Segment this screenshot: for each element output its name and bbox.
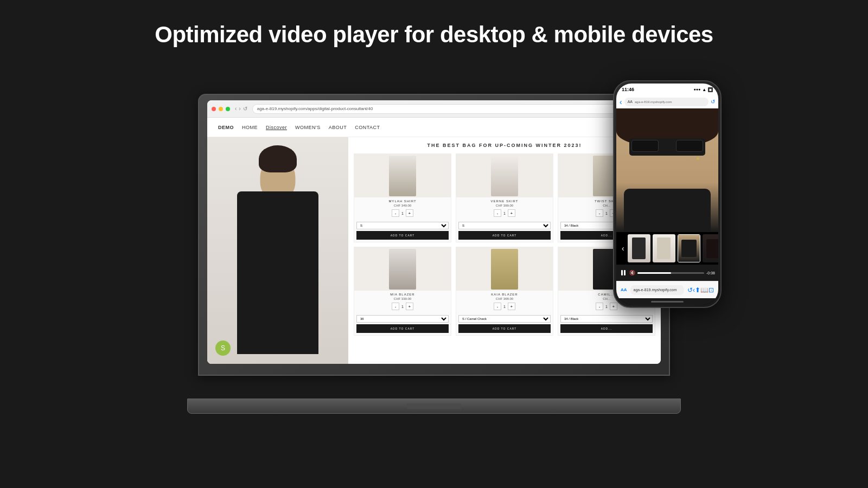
page-title: Optimized video player for desktop & mob… xyxy=(155,22,713,48)
wifi-icon: ▲ xyxy=(702,87,706,92)
qty-val-2: 1 xyxy=(605,211,608,215)
nav-home[interactable]: HOME xyxy=(242,125,258,130)
nav-refresh[interactable]: ↺ xyxy=(243,106,247,112)
pause-button[interactable] xyxy=(620,269,627,277)
product-info-0: MYLAH SHIRT CHF 349.00 - 1 + xyxy=(354,197,451,242)
nav-forward[interactable]: › xyxy=(239,106,240,112)
nav-back[interactable]: ‹ xyxy=(235,106,237,112)
phone-url-text: aga-e-819.myshopify.com xyxy=(635,100,672,104)
products-headline: THE BEST BAG FOR UP-COMING WINTER 2023! xyxy=(354,143,655,148)
phone-status-bar: 11:46 ●●● ▲ ■ xyxy=(616,84,718,95)
add-to-cart-5[interactable]: ADD... xyxy=(560,324,653,333)
qty-val-1: 1 xyxy=(503,211,506,215)
browser-maximize-btn[interactable] xyxy=(226,107,230,111)
phone-bookmarks-icon[interactable]: 📖 xyxy=(700,286,709,294)
model-section: S xyxy=(207,137,348,364)
product-image-1 xyxy=(456,154,553,197)
thumbnail-2[interactable] xyxy=(678,234,700,262)
qty-plus-3[interactable]: + xyxy=(406,303,413,310)
speaker-icon[interactable]: 🔇 xyxy=(629,270,635,275)
browser-minimize-btn[interactable] xyxy=(219,107,223,111)
qty-val-0: 1 xyxy=(401,211,404,215)
browser-close-btn[interactable] xyxy=(212,107,216,111)
qty-minus-2[interactable]: - xyxy=(596,209,603,217)
qty-val-3: 1 xyxy=(401,305,404,309)
add-to-cart-1[interactable]: ADD TO CART xyxy=(458,231,551,240)
phone-bottom-url[interactable]: aga-e-819.myshopify.com xyxy=(630,285,684,295)
thumbnail-1[interactable] xyxy=(653,234,675,262)
product-image-3 xyxy=(354,247,451,291)
product-select-0[interactable]: S xyxy=(356,222,449,229)
product-price-3: CHF 339.00 xyxy=(356,297,449,300)
product-select-1[interactable]: S xyxy=(458,222,551,229)
phone-bottom-aa[interactable]: AA xyxy=(621,287,627,292)
phone: 11:46 ●●● ▲ ■ ‹ AA aga-e-819.myshopify.c… xyxy=(613,80,722,308)
phone-bottom-refresh-icon[interactable]: ↺ xyxy=(687,286,693,294)
qty-minus-1[interactable]: - xyxy=(494,209,501,217)
product-qty-1: - 1 + xyxy=(458,209,551,217)
shopify-badge: S xyxy=(215,341,231,356)
thumbnail-0[interactable] xyxy=(628,234,650,262)
product-qty-4: - 1 + xyxy=(458,303,551,310)
product-card-4: KAIA BLAZER CHF 368.00 - 1 + xyxy=(456,247,553,336)
qty-plus-4[interactable]: + xyxy=(508,303,515,310)
product-name-0: MYLAH SHIRT xyxy=(356,200,449,203)
battery-icon: ■ xyxy=(708,87,713,92)
nav-contact[interactable]: CONTACT xyxy=(355,125,380,130)
home-bar xyxy=(651,301,684,303)
browser-url-bar[interactable]: aga-e-819.myshopify.com/apps/digital-pro… xyxy=(252,104,656,114)
signal-icon: ●●● xyxy=(694,87,701,92)
product-card-1: VERNE SKIRT CHF 399.00 - 1 + xyxy=(456,153,553,242)
product-image-4 xyxy=(456,247,553,291)
phone-share-icon[interactable]: ⬆ xyxy=(695,286,700,294)
laptop-base xyxy=(187,399,681,414)
product-card-0: MYLAH SHIRT CHF 349.00 - 1 + xyxy=(354,153,451,242)
phone-time: 11:46 xyxy=(622,87,634,92)
phone-back-button[interactable]: ‹ xyxy=(620,98,622,106)
product-name-4: KAIA BLAZER xyxy=(458,293,551,296)
video-progress-fill xyxy=(637,272,671,274)
phone-screen: 11:46 ●●● ▲ ■ ‹ AA aga-e-819.myshopify.c… xyxy=(616,84,718,305)
nav-about[interactable]: ABOUT xyxy=(329,125,347,130)
product-info-1: VERNE SKIRT CHF 399.00 - 1 + xyxy=(456,197,553,242)
thumbnail-prev-arrow[interactable]: ‹ xyxy=(621,244,626,253)
phone-aa-label: AA xyxy=(628,100,633,104)
thumbnail-3[interactable] xyxy=(703,234,718,262)
phone-home-indicator xyxy=(616,298,718,305)
video-progress-bar[interactable] xyxy=(637,272,704,274)
qty-minus-5[interactable]: - xyxy=(596,303,603,310)
product-qty-0: - 1 + xyxy=(356,209,449,217)
nav-demo[interactable]: DEMO xyxy=(218,125,234,130)
product-price-1: CHF 399.00 xyxy=(458,204,551,207)
nav-womens[interactable]: WOMEN'S xyxy=(295,125,321,130)
phone-bottom-browser-bar: AA aga-e-819.myshopify.com ↺ ‹ ⬆ 📖 ⊡ xyxy=(616,281,718,298)
product-name-3: MIA BLAZER xyxy=(356,293,449,296)
qty-plus-0[interactable]: + xyxy=(406,209,413,217)
add-to-cart-3[interactable]: ADD TO CART xyxy=(356,324,449,333)
browser-bar: ‹ › ↺ aga-e-819.myshopify.com/apps/digit… xyxy=(207,100,661,118)
qty-minus-3[interactable]: - xyxy=(392,303,399,310)
product-image-0 xyxy=(354,154,451,197)
qty-minus-4[interactable]: - xyxy=(494,303,501,310)
browser-url-text: aga-e-819.myshopify.com/apps/digital-pro… xyxy=(257,106,373,111)
phone-refresh-icon[interactable]: ↺ xyxy=(711,99,715,105)
phone-model-image xyxy=(616,108,718,232)
phone-thumbnails: ‹ xyxy=(616,232,718,265)
product-select-5[interactable]: 34 / Black xyxy=(560,315,653,323)
laptop-screen: ‹ › ↺ aga-e-819.myshopify.com/apps/digit… xyxy=(207,100,661,364)
nav-discover[interactable]: Discover xyxy=(266,125,287,130)
qty-plus-1[interactable]: + xyxy=(508,209,515,217)
phone-tabs-icon[interactable]: ⊡ xyxy=(709,286,714,294)
products-grid: MYLAH SHIRT CHF 349.00 - 1 + xyxy=(354,153,655,336)
phone-browser-top-bar: ‹ AA aga-e-819.myshopify.com ↺ xyxy=(616,95,718,108)
product-select-4[interactable]: S / Camel Check xyxy=(458,315,551,323)
shop-nav: DEMO HOME Discover WOMEN'S ABOUT CONTACT… xyxy=(207,118,661,137)
product-select-3[interactable]: 36 xyxy=(356,315,449,323)
browser-nav: ‹ › ↺ xyxy=(235,106,247,112)
add-to-cart-4[interactable]: ADD TO CART xyxy=(458,324,551,333)
add-to-cart-0[interactable]: ADD TO CART xyxy=(356,231,449,240)
product-price-0: CHF 349.00 xyxy=(356,204,449,207)
phone-url-bar[interactable]: AA aga-e-819.myshopify.com xyxy=(624,98,709,106)
model-image: S xyxy=(207,137,348,364)
qty-minus-0[interactable]: - xyxy=(392,209,399,217)
